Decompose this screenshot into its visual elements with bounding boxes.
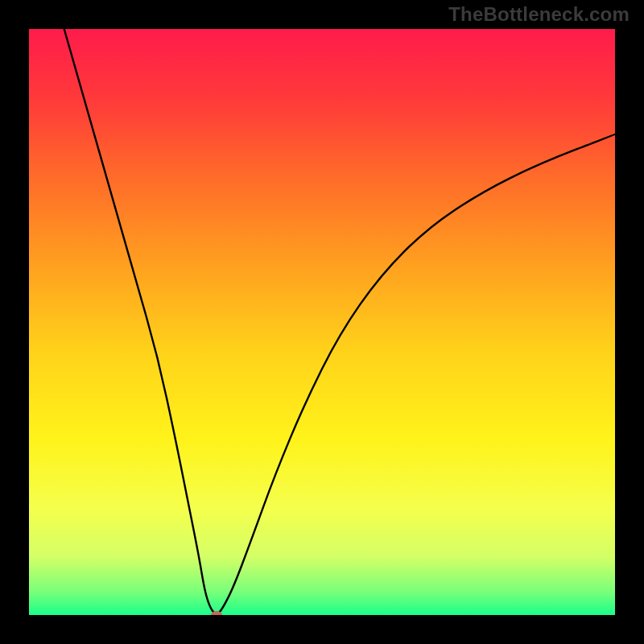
bottleneck-chart: [29, 29, 615, 615]
watermark-text: TheBottleneck.com: [448, 3, 630, 26]
chart-frame: TheBottleneck.com: [0, 0, 644, 644]
gradient-background: [29, 29, 615, 615]
